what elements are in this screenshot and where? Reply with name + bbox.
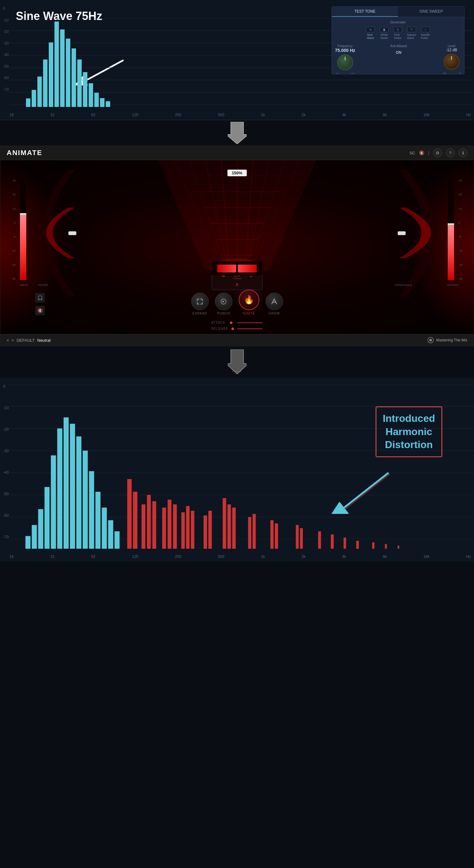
animate-info-button[interactable]: ℹ — [458, 148, 467, 157]
anti-alias-value: ON — [396, 50, 402, 55]
svg-rect-97 — [331, 534, 334, 549]
percentage-badge: 150% — [227, 169, 247, 176]
needle-pulse-icon: | — [421, 27, 430, 32]
wave-btn-needle[interactable]: | NeedlePulse — [421, 27, 430, 39]
arrow-down-2 — [0, 346, 474, 378]
down-arrow-svg-2 — [228, 349, 247, 375]
svg-rect-83 — [186, 506, 190, 549]
level-label: Level — [448, 44, 455, 48]
right-arc-meter — [393, 169, 450, 296]
svg-rect-45 — [398, 231, 406, 235]
svg-rect-20 — [83, 72, 87, 107]
right-vu-group: +9 +6 +3 0 -6 -12 -18 -30 — [447, 179, 463, 280]
animate-plugin-section: ANIMATE SC 🔇 | ⚙ ? ℹ — [0, 146, 474, 346]
info-icon: ℹ — [462, 151, 464, 155]
effect-buttons-row: EXPAND PUNCH 🔥 IGNITE — [191, 289, 283, 315]
svg-rect-17 — [66, 39, 70, 107]
mastering-logo-icon — [427, 337, 434, 343]
svg-rect-23 — [100, 98, 105, 107]
svg-rect-99 — [356, 541, 359, 549]
animate-sc-label[interactable]: SC — [409, 151, 415, 155]
svg-rect-90 — [248, 517, 251, 549]
svg-rect-79 — [162, 507, 166, 549]
svg-rect-19 — [77, 60, 82, 107]
svg-rect-77 — [147, 495, 151, 549]
animate-help-button[interactable]: ? — [446, 148, 455, 157]
osc-controls: Frequency 75.000 Hz 20 20k Anti Aliased … — [335, 44, 461, 74]
grow-button[interactable] — [266, 293, 283, 310]
pink-noise-icon: ▒ — [393, 27, 402, 32]
svg-rect-84 — [191, 511, 195, 549]
expand-icon — [196, 298, 204, 305]
animate-divider: | — [428, 150, 429, 155]
svg-rect-94 — [296, 525, 299, 549]
headphone-icon-btn[interactable]: 🎧 — [35, 293, 45, 303]
freq-knob[interactable] — [337, 55, 353, 70]
left-arc-meter — [24, 169, 81, 296]
svg-rect-78 — [152, 501, 156, 549]
attack-dot[interactable] — [230, 321, 232, 324]
svg-rect-98 — [344, 538, 346, 549]
left-vu-scale: +9 +6 +3 0 -6 -12 -18 -30 — [11, 179, 17, 280]
punch-button[interactable] — [215, 293, 232, 310]
svg-rect-95 — [300, 528, 303, 549]
svg-rect-11 — [32, 90, 36, 107]
tab-test-tone[interactable]: TEST TONE — [332, 7, 398, 17]
wave-btn-square[interactable]: ⊓ SquareWave — [407, 27, 416, 39]
svg-rect-22 — [94, 93, 99, 107]
svg-rect-60 — [32, 525, 37, 549]
svg-rect-21 — [89, 83, 93, 107]
wave-btn-white[interactable]: ▓ WhiteNoise — [380, 27, 388, 39]
preset-prev-button[interactable]: < — [7, 338, 9, 343]
svg-rect-89 — [232, 507, 236, 549]
svg-rect-18 — [71, 49, 76, 107]
svg-rect-16 — [60, 29, 65, 107]
generator-label: Generator — [335, 20, 461, 24]
svg-rect-92 — [270, 520, 273, 549]
release-label: RELEASE — [211, 327, 228, 330]
speaker-icon-btn[interactable]: 🔇 — [35, 306, 45, 315]
freq-label: Frequency — [337, 44, 352, 48]
svg-rect-96 — [318, 531, 321, 549]
svg-rect-14 — [49, 42, 53, 107]
chevron-up-icon: ∧ — [235, 281, 239, 287]
release-line — [237, 329, 263, 329]
svg-line-104 — [344, 473, 388, 507]
svg-rect-81 — [173, 504, 177, 549]
arrow-down-1 — [0, 120, 474, 146]
right-vu-scale: +9 +6 +3 0 -6 -12 -18 -30 — [457, 179, 463, 280]
osc-body: Generator ∿ SineWave ▓ WhiteNoise ▒ Pink… — [332, 17, 464, 74]
wave-btn-sine[interactable]: ∿ SineWave — [366, 27, 375, 39]
tab-sine-sweep[interactable]: SINE SWEEP — [398, 7, 464, 17]
svg-rect-70 — [95, 492, 100, 549]
release-dot[interactable] — [232, 328, 234, 330]
release-row: RELEASE — [211, 327, 263, 330]
preset-next-button[interactable]: > — [12, 338, 14, 343]
chevron-up[interactable]: ∧ — [235, 280, 239, 287]
ignite-button[interactable]: 🔥 — [239, 289, 259, 310]
threshold-label: THRESHOLD — [394, 283, 412, 287]
svg-rect-91 — [253, 514, 256, 549]
grow-label: GROW — [268, 312, 280, 315]
white-noise-icon: ▓ — [380, 27, 388, 32]
animate-header-right: SC 🔇 | ⚙ ? ℹ — [409, 148, 467, 157]
level-knob[interactable] — [444, 54, 460, 70]
svg-rect-72 — [108, 520, 113, 549]
center-meter-fill-r — [238, 265, 257, 273]
wave-btn-pink[interactable]: ▒ PinkNoise — [393, 27, 402, 39]
oscillator-panel: TEST TONE SINE SWEEP Generator ∿ SineWav… — [331, 6, 465, 74]
svg-rect-93 — [275, 523, 278, 549]
svg-rect-73 — [115, 531, 120, 549]
annotation-title: IntroducedHarmonicDistortion — [383, 412, 435, 452]
expand-button[interactable] — [191, 293, 209, 310]
center-meter-display — [212, 261, 263, 276]
svg-rect-68 — [83, 451, 88, 549]
sine-wave-icon: ∿ — [366, 27, 375, 32]
expand-button-group: EXPAND — [191, 293, 209, 315]
freq-range: 20 20k — [336, 72, 355, 74]
animate-settings-button[interactable]: ⚙ — [433, 148, 442, 157]
animate-speaker-icon[interactable]: 🔇 — [419, 150, 424, 155]
svg-rect-82 — [181, 512, 185, 549]
svg-rect-66 — [70, 424, 75, 549]
osc-tabs: TEST TONE SINE SWEEP — [332, 7, 464, 17]
